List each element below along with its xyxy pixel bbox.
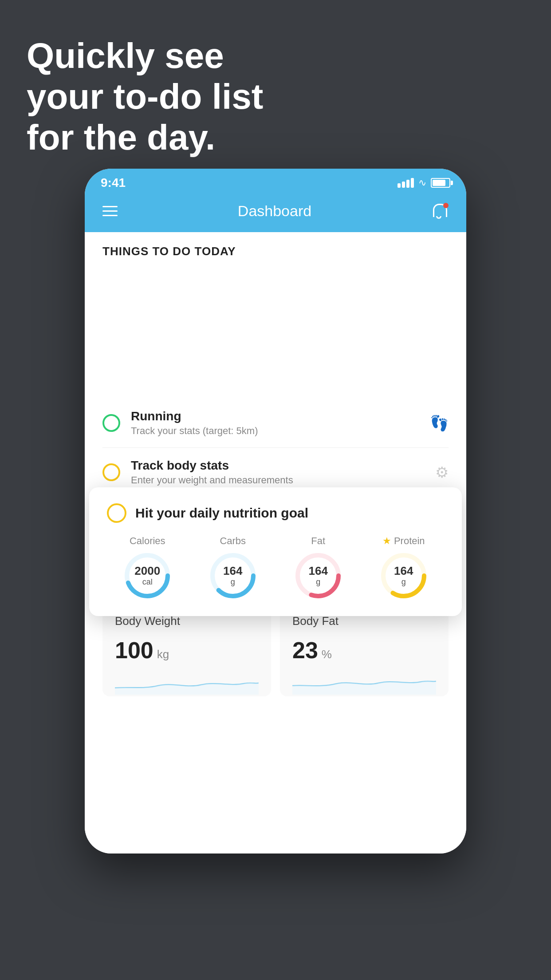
wifi-icon: ∿ <box>418 177 426 189</box>
calories-value: 2000 <box>134 565 160 577</box>
running-icon: 👣 <box>430 414 449 432</box>
todo-text-running: Running Track your stats (target: 5km) <box>131 409 430 437</box>
star-icon: ★ <box>382 535 391 547</box>
calories-donut: 2000 cal <box>123 551 172 600</box>
bodystats-icon: ⚙ <box>435 463 449 481</box>
body-fat-value: 23 <box>292 637 318 664</box>
todo-subtitle-bodystats: Enter your weight and measurements <box>131 474 435 486</box>
nutrition-protein: ★ Protein 164 g <box>379 535 428 600</box>
app-header: Dashboard <box>85 194 466 232</box>
todo-title-bodystats: Track body stats <box>131 458 435 473</box>
nutrition-grid: Calories 2000 cal <box>107 535 444 600</box>
todo-subtitle-running: Track your stats (target: 5km) <box>131 425 430 437</box>
status-icons: ∿ <box>398 177 450 189</box>
body-weight-value-row: 100 kg <box>115 637 259 664</box>
calories-unit: cal <box>134 577 160 587</box>
card-title-row: Hit your daily nutrition goal <box>107 503 444 523</box>
body-weight-chart <box>115 672 259 695</box>
nutrition-card-title: Hit your daily nutrition goal <box>135 506 308 521</box>
todo-circle-bodystats <box>102 463 120 481</box>
notification-bell[interactable] <box>432 203 449 220</box>
things-todo-header: THINGS TO DO TODAY <box>85 232 466 265</box>
headline: Quickly see your to-do list for the day. <box>27 36 263 158</box>
body-weight-unit: kg <box>157 648 169 661</box>
todo-text-bodystats: Track body stats Enter your weight and m… <box>131 458 435 486</box>
protein-unit: g <box>394 577 413 587</box>
protein-value: 164 <box>394 565 413 577</box>
menu-button[interactable] <box>102 206 118 216</box>
body-weight-value: 100 <box>115 637 153 664</box>
phone-frame: 9:41 ∿ Dashboard THINGS TO DO TODAY <box>85 169 466 854</box>
todo-circle-running <box>102 414 120 432</box>
status-time: 9:41 <box>101 176 126 190</box>
nutrition-carbs: Carbs 164 g <box>209 535 257 600</box>
headline-line1: Quickly see <box>27 36 224 75</box>
body-fat-title: Body Fat <box>292 614 436 628</box>
nutrition-check-circle[interactable] <box>107 503 126 523</box>
headline-line3: for the day. <box>27 118 215 157</box>
protein-label: ★ Protein <box>382 535 425 547</box>
carbs-unit: g <box>223 577 242 587</box>
signal-bars-icon <box>398 178 414 188</box>
fat-unit: g <box>309 577 328 587</box>
body-fat-value-row: 23 % <box>292 637 436 664</box>
fat-value: 164 <box>309 565 328 577</box>
fat-donut: 164 g <box>294 551 342 600</box>
body-fat-unit: % <box>322 648 332 661</box>
carbs-donut: 164 g <box>209 551 257 600</box>
nutrition-calories: Calories 2000 cal <box>123 535 172 600</box>
nutrition-fat: Fat 164 g <box>294 535 342 600</box>
body-weight-title: Body Weight <box>115 614 259 628</box>
header-title: Dashboard <box>238 202 311 220</box>
battery-icon <box>431 178 450 188</box>
body-fat-chart <box>292 672 436 695</box>
content-wrapper: Hit your daily nutrition goal Calories <box>85 399 466 546</box>
nutrition-card: Hit your daily nutrition goal Calories <box>89 487 462 616</box>
calories-label: Calories <box>130 535 165 547</box>
carbs-value: 164 <box>223 565 242 577</box>
headline-line2: your to-do list <box>27 77 263 116</box>
carbs-label: Carbs <box>220 535 246 547</box>
todo-item-running[interactable]: Running Track your stats (target: 5km) 👣 <box>102 399 449 448</box>
todo-title-running: Running <box>131 409 430 423</box>
fat-label: Fat <box>311 535 325 547</box>
protein-donut: 164 g <box>379 551 428 600</box>
phone-content: THINGS TO DO TODAY Hit your daily nutrit… <box>85 232 466 854</box>
status-bar: 9:41 ∿ <box>85 169 466 194</box>
